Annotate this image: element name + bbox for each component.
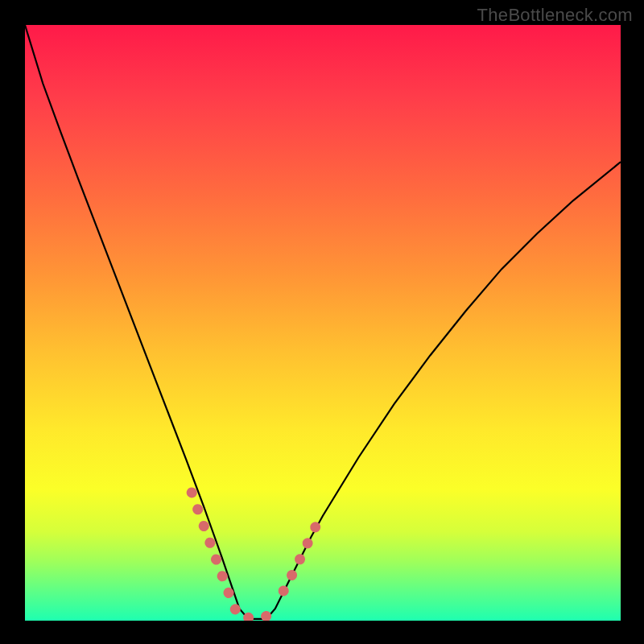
- chart-container: TheBottleneck.com: [0, 0, 644, 644]
- highlight-segment-left: [192, 493, 270, 617]
- bottleneck-curve: [25, 25, 621, 619]
- watermark-text: TheBottleneck.com: [477, 5, 633, 26]
- chart-svg: [25, 25, 621, 621]
